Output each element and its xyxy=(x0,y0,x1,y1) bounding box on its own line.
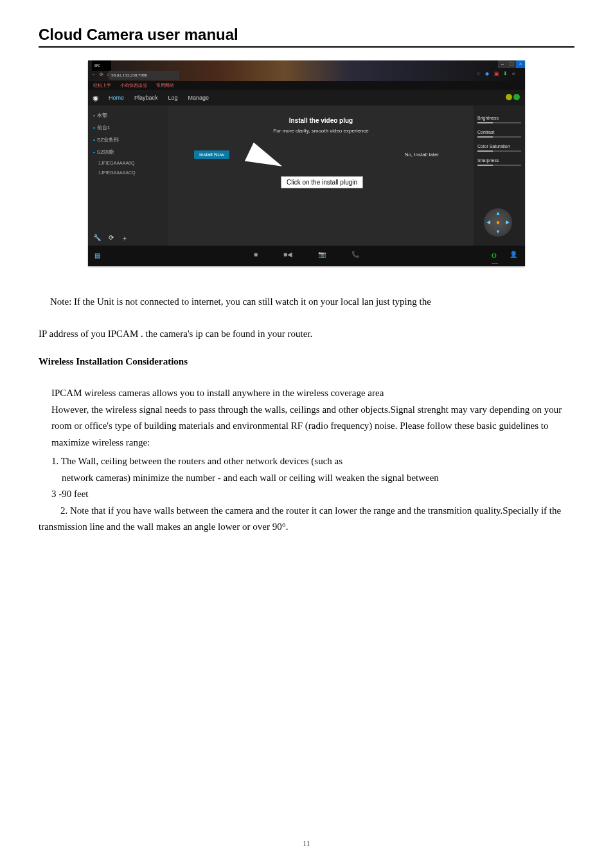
back-icon[interactable]: ← xyxy=(92,72,97,77)
sharpness-label: Sharpness xyxy=(477,158,521,163)
brightness-label: Brightness xyxy=(477,116,521,120)
left-icon[interactable]: ◀ xyxy=(484,218,493,228)
bookmark-item[interactable]: 轻松上手 xyxy=(93,83,111,88)
up-icon[interactable]: ▲ xyxy=(493,208,503,218)
note-line-2: IP address of you IPCAM . the camera's i… xyxy=(39,324,574,343)
menu-icon[interactable]: ≡ xyxy=(512,71,519,77)
right-icon[interactable]: ▶ xyxy=(502,218,512,228)
person-icon[interactable]: 👤 xyxy=(510,251,517,258)
para-1: IPCAM wireless cameras allows you to ins… xyxy=(51,385,574,402)
record-indicator[interactable]: O— xyxy=(492,252,499,260)
ptz-dpad[interactable]: ▲ ◀●▶ ▼ xyxy=(484,208,512,237)
list-item-1a: 1. The Wall, ceiling between the routers… xyxy=(51,453,574,470)
nav-home[interactable]: Home xyxy=(103,95,129,101)
status-dot-yellow xyxy=(506,94,512,100)
reload-icon[interactable]: ⟳ xyxy=(100,72,105,77)
add-icon[interactable]: ＋ xyxy=(121,234,128,243)
app-screenshot: IPC – □ × ← ⟳ ⌂ 58.61.153.230:7080 ☆ ◆ ▣… xyxy=(88,60,525,266)
saturation-label: Color Saturation xyxy=(477,144,521,149)
bottom-bar: ▤ ■ ■◀ 📷 📞 O— 👤 xyxy=(88,246,525,266)
app-window: ◉ Home Playback Log Manage •本部 •前台1 •SZ业… xyxy=(88,90,525,266)
dpad-center[interactable]: ● xyxy=(493,218,503,228)
install-later-button[interactable]: No, Install later xyxy=(405,152,439,158)
audio-icon[interactable]: ■◀ xyxy=(283,251,292,258)
app-topbar: ◉ Home Playback Log Manage xyxy=(88,90,525,105)
list-item-1c: 3 -90 feet xyxy=(51,486,574,503)
wrench-icon[interactable]: 🔧 xyxy=(93,234,101,243)
ext-icon-1[interactable]: ◆ xyxy=(485,71,492,77)
install-now-button[interactable]: Install Now xyxy=(194,150,229,159)
saturation-slider[interactable] xyxy=(477,150,521,152)
plugin-subtitle: For more clarity, smooth video experienc… xyxy=(168,128,474,134)
doc-title: Cloud Camera user manual xyxy=(39,26,574,48)
browser-chrome: IPC – □ × ← ⟳ ⌂ 58.61.153.230:7080 ☆ ◆ ▣… xyxy=(88,60,525,81)
status-indicators xyxy=(506,94,520,100)
stop-icon[interactable]: ■ xyxy=(254,251,258,258)
bookmark-item[interactable]: 常用网站 xyxy=(156,83,174,88)
main-viewport: Install the video plug For more clarity,… xyxy=(168,105,474,246)
refresh-icon[interactable]: ⟳ xyxy=(109,234,114,243)
sidebar-item[interactable]: •SZ职能 xyxy=(92,146,164,158)
call-icon[interactable]: 📞 xyxy=(351,251,359,258)
contrast-label: Contrast xyxy=(477,130,521,134)
nav-manage[interactable]: Manage xyxy=(183,95,215,101)
sharpness-slider[interactable] xyxy=(477,165,521,166)
window-controls: – □ × xyxy=(498,60,525,68)
page-number: 11 xyxy=(0,839,613,849)
nav-playback[interactable]: Playback xyxy=(129,95,163,101)
url-bar[interactable]: 58.61.153.230:7080 xyxy=(109,71,179,80)
note-line-1: Note: If the Unit is not connected to in… xyxy=(39,292,574,311)
device-sidebar: •本部 •前台1 •SZ业务部 •SZ职能 1JFIEGAAAAA6Q 1JFI… xyxy=(88,105,168,246)
ext-icon-3[interactable]: ⬇ xyxy=(503,71,510,77)
sidebar-subitem[interactable]: 1JFIEGAAAAA6Q xyxy=(92,158,164,168)
sidebar-subitem[interactable]: 1JFIEGAAAAACQ xyxy=(92,168,164,177)
browser-tab[interactable]: IPC xyxy=(92,60,111,71)
para-2: However, the wireless signal needs to pa… xyxy=(51,402,574,451)
sidebar-item[interactable]: •本部 xyxy=(92,109,164,122)
nav-log[interactable]: Log xyxy=(163,95,183,101)
list-item-2: 2. Note that if you have walls between t… xyxy=(39,503,574,536)
snapshot-icon[interactable]: 📷 xyxy=(318,251,326,258)
ext-icon-2[interactable]: ▣ xyxy=(494,71,501,77)
callout-label: Click on the install plugin xyxy=(281,176,363,188)
status-dot-green xyxy=(513,94,520,100)
contrast-slider[interactable] xyxy=(477,136,521,138)
plugin-title: Install the video plug xyxy=(168,117,474,124)
star-icon[interactable]: ☆ xyxy=(476,71,483,77)
grid-layout-icon[interactable]: ▤ xyxy=(94,252,100,259)
bookmark-item[interactable]: 小鸡快跑出品 xyxy=(120,83,147,88)
minimize-button[interactable]: – xyxy=(498,60,507,68)
close-button[interactable]: × xyxy=(516,60,525,68)
arrow-annotation xyxy=(243,154,280,170)
list-item-1b: network cameras) minimize the number - a… xyxy=(62,470,574,487)
maximize-button[interactable]: □ xyxy=(507,60,516,68)
browser-extensions: ☆ ◆ ▣ ⬇ ≡ xyxy=(476,71,519,77)
down-icon[interactable]: ▼ xyxy=(493,227,503,237)
bookmarks-bar: 轻松上手 小鸡快跑出品 常用网站 xyxy=(88,81,525,90)
sidebar-item[interactable]: •前台1 xyxy=(92,122,164,134)
brightness-slider[interactable] xyxy=(477,122,521,123)
app-logo-icon: ◉ xyxy=(88,94,103,102)
section-title: Wireless Installation Considerations xyxy=(39,356,574,367)
sidebar-footer-controls: 🔧 ⟳ ＋ xyxy=(93,234,128,243)
sidebar-item[interactable]: •SZ业务部 xyxy=(92,134,164,146)
